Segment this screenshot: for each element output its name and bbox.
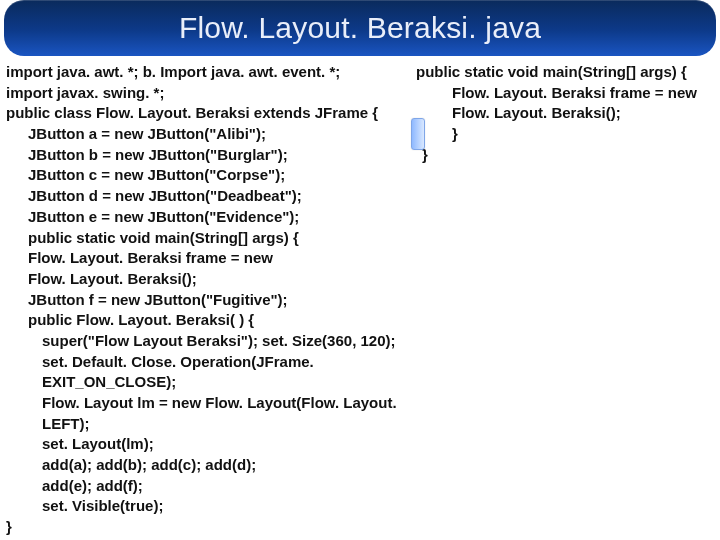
slide-title: Flow. Layout. Beraksi. java — [179, 11, 541, 45]
code-line: } — [6, 517, 406, 538]
code-line: Flow. Layout. Beraksi(); — [6, 269, 406, 290]
code-line: super("Flow Layout Beraksi"); set. Size(… — [6, 331, 406, 352]
title-bar: Flow. Layout. Beraksi. java — [4, 0, 716, 56]
code-line: add(e); add(f); — [6, 476, 406, 497]
code-line: add(a); add(b); add(c); add(d); — [6, 455, 406, 476]
slide: Flow. Layout. Beraksi. java import java.… — [0, 0, 720, 540]
code-line: } — [416, 145, 712, 166]
code-line: Flow. Layout. Beraksi frame = new — [416, 83, 712, 104]
code-line: JButton b = new JButton("Burglar"); — [6, 145, 406, 166]
tab-handle-icon — [411, 118, 425, 150]
code-line: set. Visible(true); — [6, 496, 406, 517]
code-line: JButton f = new JButton("Fugitive"); — [6, 290, 406, 311]
code-line: JButton d = new JButton("Deadbeat"); — [6, 186, 406, 207]
code-column-left: import java. awt. *; b. Import java. awt… — [6, 62, 406, 540]
code-line: JButton c = new JButton("Corpse"); — [6, 165, 406, 186]
code-line: set. Default. Close. Operation(JFrame. E… — [6, 352, 406, 393]
code-line: Flow. Layout. Beraksi(); — [416, 103, 712, 124]
code-line: } — [416, 124, 712, 145]
code-line: JButton a = new JButton("Alibi"); — [6, 124, 406, 145]
code-line: public static void main(String[] args) { — [416, 62, 712, 83]
code-line: import java. awt. *; b. Import java. awt… — [6, 62, 406, 83]
code-line: JButton e = new JButton("Evidence"); — [6, 207, 406, 228]
code-line: public class Flow. Layout. Beraksi exten… — [6, 103, 406, 124]
code-line: Flow. Layout. Beraksi frame = new — [6, 248, 406, 269]
code-line: public Flow. Layout. Beraksi( ) { — [6, 310, 406, 331]
code-line: import javax. swing. *; — [6, 83, 406, 104]
code-line: public static void main(String[] args) { — [6, 228, 406, 249]
code-column-right: public static void main(String[] args) {… — [416, 62, 712, 540]
code-line: Flow. Layout lm = new Flow. Layout(Flow.… — [6, 393, 406, 434]
code-line: set. Layout(lm); — [6, 434, 406, 455]
content-area: import java. awt. *; b. Import java. awt… — [0, 62, 720, 540]
